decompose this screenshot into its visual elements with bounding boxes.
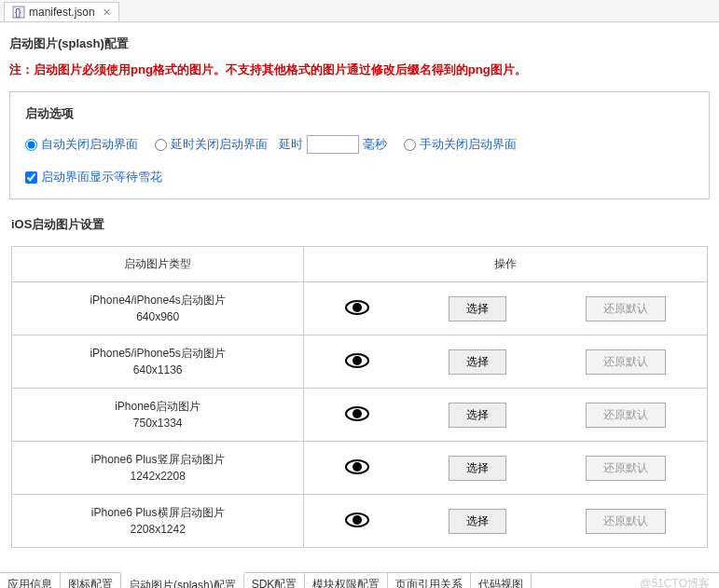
delay-unit: 毫秒 [363,136,387,153]
svg-point-11 [353,515,362,525]
bottom-tab[interactable]: 启动图片(splash)配置 [121,572,244,588]
preview-eye-icon[interactable] [345,405,369,425]
radio-delay-close-input[interactable] [155,139,167,151]
row-name: iPhone6启动图片 [20,398,296,415]
radio-auto-close[interactable]: 自动关闭启动界面 [25,136,138,153]
ios-splash-table: 启动图片类型 操作 iPhone4/iPhone4s启动图片640x960选择还… [11,246,708,548]
delay-label: 延时 [279,136,303,153]
checkbox-show-snow-label: 启动界面显示等待雪花 [41,169,162,185]
reset-button[interactable]: 还原默认 [586,456,666,481]
file-tab-label: manifest.json [29,6,95,19]
json-file-icon: {} [12,6,25,19]
type-cell: iPhone4/iPhone4s启动图片640x960 [12,282,304,335]
row-name: iPhone4/iPhone4s启动图片 [20,292,296,308]
reset-button[interactable]: 还原默认 [586,296,666,321]
radio-row: 自动关闭启动界面 延时关闭启动界面 延时 毫秒 手动关闭启动界面 [25,135,694,154]
row-name: iPhone5/iPhone5s启动图片 [20,345,296,362]
svg-point-7 [353,409,362,418]
delay-input[interactable] [307,135,359,154]
reset-button[interactable]: 还原默认 [586,349,666,375]
row-size: 2208x1242 [20,521,296,538]
select-button[interactable]: 选择 [449,349,506,375]
preview-eye-icon[interactable] [345,458,369,478]
ios-panel: iOS启动图片设置 启动图片类型 操作 iPhone4/iPhone4s启动图片… [9,216,710,548]
reset-button[interactable]: 还原默认 [586,403,666,428]
bottom-tab[interactable]: 应用信息 [0,573,61,588]
svg-point-5 [353,356,362,365]
launch-options-panel: 启动选项 自动关闭启动界面 延时关闭启动界面 延时 毫秒 手动关闭启动界面 启动… [9,91,710,199]
table-row: iPhone6启动图片750x1334选择还原默认 [12,389,708,442]
checkbox-show-snow-input[interactable] [25,171,37,184]
page-title: 启动图片(splash)配置 [9,35,710,52]
bottom-tab[interactable]: 图标配置 [61,573,121,588]
close-icon[interactable]: ✕ [103,7,111,19]
watermark: @51CTO博客 [640,576,710,588]
svg-point-3 [353,303,362,312]
bottom-tab[interactable]: 代码视图 [471,573,532,588]
select-button[interactable]: 选择 [449,296,506,321]
type-cell: iPhone5/iPhone5s启动图片640x1136 [12,335,304,389]
row-size: 750x1334 [20,415,296,431]
op-cell-td: 选择还原默认 [304,495,708,548]
preview-eye-icon[interactable] [345,352,369,372]
op-cell-td: 选择还原默认 [304,335,708,389]
select-button[interactable]: 选择 [449,509,506,534]
row-size: 1242x2208 [20,468,296,485]
radio-auto-close-label: 自动关闭启动界面 [41,136,138,153]
select-button[interactable]: 选择 [449,456,506,481]
radio-delay-close[interactable]: 延时关闭启动界面 延时 毫秒 [155,135,387,154]
radio-manual-close-label: 手动关闭启动界面 [420,136,517,153]
table-row: iPhone6 Plus竖屏启动图片1242x2208选择还原默认 [12,442,708,495]
table-row: iPhone6 Plus横屏启动图片2208x1242选择还原默认 [12,495,708,548]
table-row: iPhone4/iPhone4s启动图片640x960选择还原默认 [12,282,708,335]
bottom-tab-bar: 应用信息图标配置启动图片(splash)配置SDK配置模块权限配置页面引用关系代… [0,572,719,588]
checkbox-show-snow[interactable]: 启动界面显示等待雪花 [25,169,694,185]
type-cell: iPhone6 Plus竖屏启动图片1242x2208 [12,442,304,495]
warning-text: 注：启动图片必须使用png格式的图片。不支持其他格式的图片通过修改后缀名得到的p… [9,62,710,78]
bottom-tab[interactable]: SDK配置 [244,573,306,588]
th-type: 启动图片类型 [12,247,304,282]
op-cell-td: 选择还原默认 [304,389,708,442]
radio-manual-close-input[interactable] [404,139,416,151]
reset-button[interactable]: 还原默认 [586,509,666,534]
ios-title: iOS启动图片设置 [11,216,708,233]
select-button[interactable]: 选择 [449,403,506,428]
preview-eye-icon[interactable] [345,512,369,531]
svg-point-9 [353,462,362,472]
op-cell-td: 选择还原默认 [304,282,708,335]
bottom-tab[interactable]: 页面引用关系 [388,573,471,588]
type-cell: iPhone6 Plus横屏启动图片2208x1242 [12,495,304,548]
editor-tab-bar: {} manifest.json ✕ [0,0,719,22]
row-name: iPhone6 Plus竖屏启动图片 [20,451,296,468]
th-op: 操作 [304,247,708,282]
radio-delay-close-label: 延时关闭启动界面 [171,136,268,153]
op-cell-td: 选择还原默认 [304,442,708,495]
row-size: 640x1136 [20,362,296,378]
bottom-tab[interactable]: 模块权限配置 [305,573,388,588]
table-row: iPhone5/iPhone5s启动图片640x1136选择还原默认 [12,335,708,389]
launch-options-title: 启动选项 [25,105,694,122]
row-size: 640x960 [20,308,296,325]
content-area: 启动图片(splash)配置 注：启动图片必须使用png格式的图片。不支持其他格… [0,22,719,572]
radio-auto-close-input[interactable] [25,139,37,151]
row-name: iPhone6 Plus横屏启动图片 [20,504,296,521]
svg-text:{}: {} [15,7,21,18]
file-tab[interactable]: {} manifest.json ✕ [4,2,119,21]
radio-manual-close[interactable]: 手动关闭启动界面 [404,136,517,153]
preview-eye-icon[interactable] [345,299,369,319]
type-cell: iPhone6启动图片750x1334 [12,389,304,442]
